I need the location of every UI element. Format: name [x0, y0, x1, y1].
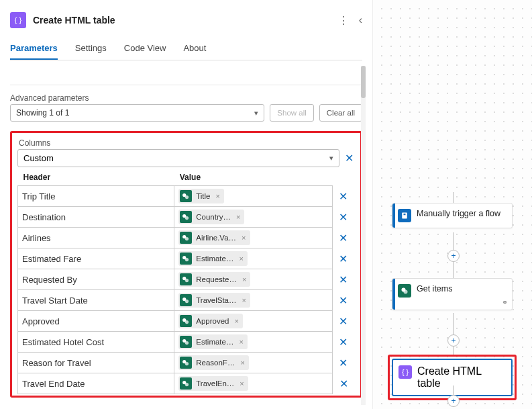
html-table-icon: { }	[10, 12, 26, 28]
table-row: Trip TitleTitle×✕	[18, 186, 355, 207]
header-input[interactable]: Destination	[18, 207, 174, 228]
dynamic-token[interactable]: Title×	[178, 189, 224, 203]
delete-row-icon[interactable]: ✕	[337, 274, 349, 285]
value-input[interactable]: Title×	[174, 186, 332, 207]
table-row: Estimated Hotel CostEstimate…×✕	[18, 332, 355, 353]
value-input[interactable]: Estimate…×	[174, 248, 332, 269]
tab-about[interactable]: About	[183, 43, 206, 60]
delete-row-icon[interactable]: ✕	[337, 295, 349, 306]
dynamic-token[interactable]: Estimate…×	[178, 251, 248, 266]
add-step-button[interactable]: +	[447, 395, 460, 407]
tab-code-view[interactable]: Code View	[124, 43, 166, 60]
header-input[interactable]: Requested By	[18, 269, 174, 290]
table-row: Estimated FareEstimate…×✕	[18, 248, 355, 269]
columns-label: Columns	[19, 138, 355, 148]
delete-row-icon[interactable]: ✕	[337, 336, 349, 348]
advanced-parameters-select[interactable]: Showing 1 of 1 ▾	[10, 104, 264, 122]
delete-row-icon[interactable]: ✕	[337, 357, 349, 369]
add-step-button[interactable]: +	[447, 334, 460, 347]
remove-token-icon[interactable]: ×	[216, 192, 220, 200]
sharepoint-icon	[180, 232, 192, 244]
svg-point-23	[404, 290, 408, 294]
value-input[interactable]: TravelSta…×	[174, 290, 332, 311]
sharepoint-icon	[180, 294, 192, 306]
sharepoint-icon	[398, 284, 411, 298]
remove-token-icon[interactable]: ×	[234, 317, 238, 325]
flow-canvas[interactable]: Manually trigger a flow + Get items ⚭ + …	[373, 0, 532, 409]
remove-token-icon[interactable]: ×	[239, 255, 243, 263]
col-header-header: Header	[18, 169, 174, 186]
add-step-button[interactable]: +	[447, 250, 460, 262]
token-label: ReasonF…	[196, 359, 235, 367]
columns-mode-select[interactable]: Custom ▾	[17, 149, 339, 167]
dynamic-token[interactable]: TravelEn…×	[178, 376, 248, 391]
value-input[interactable]: Airline.Va…×	[174, 228, 332, 248]
token-label: Estimate…	[196, 338, 233, 346]
dynamic-token[interactable]: Approved×	[178, 314, 243, 328]
connector-line	[453, 232, 454, 251]
col-header-value: Value	[174, 169, 332, 186]
link-icon: ⚭	[502, 298, 508, 307]
sharepoint-icon	[180, 211, 192, 223]
header-input[interactable]: Trip Title	[18, 186, 174, 207]
divider	[10, 60, 362, 60]
flow-node-get-items[interactable]: Get items ⚭	[392, 278, 513, 310]
svg-point-7	[185, 258, 189, 261]
flow-node-create-html-table[interactable]: { } Create HTML table	[392, 359, 513, 396]
tab-settings[interactable]: Settings	[75, 43, 107, 60]
value-input[interactable]: Requeste…×	[174, 269, 332, 290]
delete-row-icon[interactable]: ✕	[337, 191, 349, 202]
columns-mode-value: Custom	[23, 149, 54, 167]
show-all-button[interactable]: Show all	[270, 104, 313, 122]
dynamic-token[interactable]: Airline.Va…×	[178, 230, 250, 245]
header-input[interactable]: Estimated Hotel Cost	[18, 332, 174, 353]
remove-token-icon[interactable]: ×	[242, 275, 246, 283]
table-row: Requested ByRequeste…×✕	[18, 269, 355, 290]
clear-columns-icon[interactable]: ✕	[343, 152, 355, 165]
dynamic-token[interactable]: Estimate…×	[178, 334, 248, 349]
svg-rect-20	[402, 213, 407, 219]
delete-row-icon[interactable]: ✕	[338, 378, 350, 390]
header-input[interactable]: Travel Start Date	[18, 290, 174, 311]
remove-token-icon[interactable]: ×	[242, 234, 246, 242]
tab-bar: Parameters Settings Code View About	[10, 43, 362, 60]
remove-token-icon[interactable]: ×	[242, 296, 246, 304]
svg-point-11	[185, 300, 189, 303]
svg-rect-21	[404, 214, 406, 215]
header-input[interactable]: Approved	[18, 311, 174, 332]
delete-row-icon[interactable]: ✕	[337, 212, 349, 223]
value-input[interactable]: Country…×	[174, 207, 332, 228]
connector-line	[453, 192, 454, 203]
dynamic-token[interactable]: Requeste…×	[178, 272, 250, 287]
svg-point-17	[185, 362, 189, 365]
panel-scrollbar[interactable]	[361, 66, 366, 405]
header-input[interactable]: Travel End Date	[18, 373, 174, 394]
more-menu-icon[interactable]: ⋮	[338, 14, 350, 27]
flow-node-selected-highlight: { } Create HTML table	[388, 355, 517, 400]
header-input[interactable]: Estimated Fare	[18, 248, 174, 269]
remove-token-icon[interactable]: ×	[240, 359, 244, 367]
value-input[interactable]: ReasonF…×	[174, 353, 332, 373]
delete-row-icon[interactable]: ✕	[337, 253, 349, 265]
collapse-panel-icon[interactable]: ‹	[359, 14, 362, 27]
dynamic-token[interactable]: ReasonF…×	[178, 355, 249, 370]
remove-token-icon[interactable]: ×	[239, 338, 243, 346]
html-table-icon: { }	[398, 365, 412, 379]
value-input[interactable]: TravelEn…×	[174, 373, 332, 394]
delete-row-icon[interactable]: ✕	[337, 232, 349, 244]
header-input[interactable]: Reason for Travel	[18, 353, 174, 373]
table-row: ApprovedApproved×✕	[18, 311, 355, 332]
clear-all-button[interactable]: Clear all	[319, 104, 362, 122]
dynamic-token[interactable]: Country…×	[178, 210, 244, 224]
scrollbar-thumb[interactable]	[361, 66, 366, 98]
value-input[interactable]: Approved×	[174, 311, 332, 332]
value-input[interactable]: Estimate…×	[174, 332, 332, 353]
node-title: Create HTML table	[417, 365, 506, 390]
flow-node-trigger[interactable]: Manually trigger a flow	[392, 203, 513, 228]
header-input[interactable]: Airlines	[18, 228, 174, 248]
remove-token-icon[interactable]: ×	[236, 213, 240, 221]
tab-parameters[interactable]: Parameters	[10, 43, 58, 60]
dynamic-token[interactable]: TravelSta…×	[178, 293, 250, 308]
remove-token-icon[interactable]: ×	[240, 379, 244, 388]
delete-row-icon[interactable]: ✕	[337, 316, 349, 327]
